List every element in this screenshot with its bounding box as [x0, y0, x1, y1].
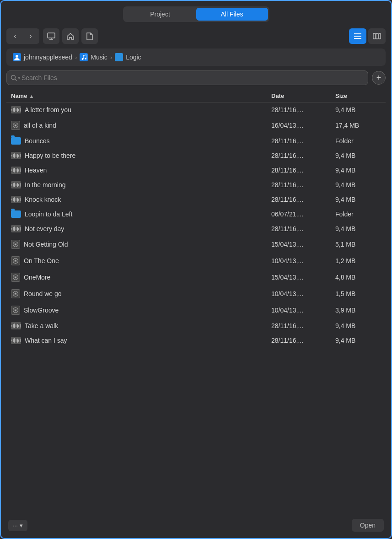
folder-icon — [11, 137, 21, 145]
column-header: Name ▲ Date Size — [6, 90, 386, 102]
list-item[interactable]: Take a walk 28/11/16,... 9,4 MB — [6, 318, 386, 333]
audio-icon — [11, 181, 21, 189]
audio-icon — [11, 225, 21, 232]
audio-wave — [11, 168, 21, 172]
svg-point-15 — [15, 125, 16, 126]
audio-wave — [11, 197, 21, 202]
file-date: 28/11/16,... — [271, 225, 335, 232]
file-name: Happy to be there — [25, 152, 75, 159]
doc-button[interactable] — [81, 28, 98, 44]
file-date: 28/11/16,... — [271, 137, 335, 145]
logic-project-icon — [11, 273, 20, 282]
file-size: 9,4 MB — [335, 167, 381, 174]
breadcrumb-logic[interactable]: Logic — [115, 53, 141, 61]
location-buttons — [43, 28, 98, 44]
file-date: 28/11/16,... — [271, 322, 335, 329]
back-button[interactable]: ‹ — [8, 30, 22, 43]
search-input[interactable] — [6, 70, 368, 85]
breadcrumb-sep-1: › — [75, 54, 77, 61]
file-name: A letter from you — [25, 106, 71, 113]
col-name-header[interactable]: Name ▲ — [11, 92, 271, 99]
col-size-header[interactable]: Size — [335, 92, 381, 99]
file-size: 1,5 MB — [335, 290, 381, 297]
file-size: 9,4 MB — [335, 337, 381, 344]
list-item[interactable]: A letter from you 28/11/16,... 9,4 MB — [6, 102, 386, 117]
audio-icon — [11, 322, 21, 329]
column-view-icon — [373, 33, 381, 39]
list-item[interactable]: Round we go 10/04/13,... 1,5 MB — [6, 286, 386, 302]
options-button[interactable]: ··· ▾ — [8, 520, 27, 531]
breadcrumb-sep-2: › — [110, 54, 112, 61]
breadcrumb-user[interactable]: johnnyappleseed — [13, 53, 72, 61]
breadcrumb-music[interactable]: Music — [80, 53, 107, 61]
add-button[interactable]: + — [372, 71, 386, 85]
home-button[interactable] — [62, 28, 79, 44]
file-name-cell: all of a kind — [11, 121, 271, 130]
file-name: What can I say — [25, 337, 67, 344]
list-item[interactable]: Heaven 28/11/16,... 9,4 MB — [6, 163, 386, 178]
file-size: 9,4 MB — [335, 196, 381, 203]
list-item[interactable]: Knock knock 28/11/16,... 9,4 MB — [6, 192, 386, 207]
logic-folder-icon — [115, 53, 123, 61]
file-size: 9,4 MB — [335, 322, 381, 329]
sort-arrow: ▲ — [29, 93, 34, 99]
list-item[interactable]: On The One 10/04/13,... 1,2 MB — [6, 253, 386, 269]
col-date-header[interactable]: Date — [271, 92, 335, 99]
file-size: 17,4 MB — [335, 122, 381, 129]
file-date: 28/11/16,... — [271, 106, 335, 113]
column-view-button[interactable] — [368, 28, 386, 44]
logic-project-icon — [11, 289, 20, 298]
svg-point-23 — [15, 293, 16, 295]
list-item[interactable]: Happy to be there 28/11/16,... 9,4 MB — [6, 148, 386, 163]
list-item[interactable]: What can I say 28/11/16,... 9,4 MB — [6, 333, 386, 348]
file-name: Round we go — [24, 290, 62, 297]
doc-icon — [86, 32, 93, 40]
file-date: 15/04/13,... — [271, 274, 335, 281]
file-date: 28/11/16,... — [271, 167, 335, 174]
forward-button[interactable]: › — [23, 30, 38, 43]
list-item[interactable]: Bounces 28/11/16,... Folder — [6, 134, 386, 148]
file-name: OneMore — [24, 274, 50, 281]
list-view-icon — [354, 33, 362, 39]
list-item[interactable]: OneMore 15/04/13,... 4,8 MB — [6, 269, 386, 286]
file-name-cell: Happy to be there — [11, 152, 271, 159]
tab-bar: Project All Files — [123, 6, 269, 22]
list-item[interactable]: SlowGroove 10/04/13,... 3,9 MB — [6, 302, 386, 318]
file-name-cell: Not every day — [11, 225, 271, 232]
audio-wave — [11, 323, 21, 328]
svg-point-17 — [15, 244, 16, 245]
list-item[interactable]: Not every day 28/11/16,... 9,4 MB — [6, 221, 386, 236]
file-size: 3,9 MB — [335, 307, 381, 314]
file-date: 10/04/13,... — [271, 290, 335, 297]
monitor-icon — [47, 32, 55, 40]
list-item[interactable]: all of a kind 16/04/13,... 17,4 MB — [6, 117, 386, 134]
file-size: 5,1 MB — [335, 241, 381, 248]
list-item[interactable]: In the morning 28/11/16,... 9,4 MB — [6, 178, 386, 192]
audio-icon — [11, 152, 21, 159]
file-name: Not every day — [25, 225, 64, 232]
breadcrumb: johnnyappleseed › Music › Logic — [6, 49, 386, 66]
file-name: In the morning — [25, 181, 66, 189]
list-item[interactable]: Loopin to da Left 06/07/21,... Folder — [6, 207, 386, 221]
tab-all-files[interactable]: All Files — [196, 8, 268, 21]
file-name-cell: Knock knock — [11, 196, 271, 203]
breadcrumb-music-label: Music — [91, 54, 107, 61]
file-name: all of a kind — [24, 122, 56, 129]
music-icon — [80, 53, 88, 61]
file-name: Heaven — [25, 167, 47, 174]
user-icon — [13, 53, 21, 61]
toolbar: ‹ › — [6, 28, 386, 44]
list-view-button[interactable] — [349, 28, 366, 44]
file-name-cell: In the morning — [11, 181, 271, 189]
file-name: Bounces — [25, 137, 49, 145]
audio-wave — [11, 226, 21, 231]
file-date: 28/11/16,... — [271, 196, 335, 203]
file-name-cell: Bounces — [11, 137, 271, 145]
tab-project[interactable]: Project — [124, 8, 196, 21]
file-size: 9,4 MB — [335, 225, 381, 232]
monitor-button[interactable] — [43, 28, 59, 44]
audio-icon — [11, 167, 21, 174]
svg-rect-8 — [379, 33, 381, 39]
open-button[interactable]: Open — [352, 519, 384, 532]
list-item[interactable]: Not Getting Old 15/04/13,... 5,1 MB — [6, 236, 386, 253]
